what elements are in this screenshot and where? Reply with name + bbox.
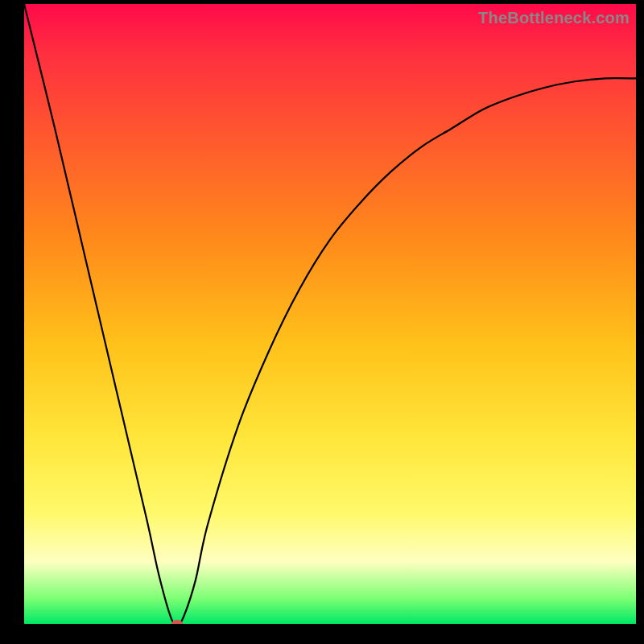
bottleneck-curve-path	[24, 4, 636, 624]
chart-svg	[24, 4, 636, 624]
plot-area: TheBottleneck.com	[24, 4, 636, 624]
chart-frame: TheBottleneck.com	[0, 0, 644, 644]
